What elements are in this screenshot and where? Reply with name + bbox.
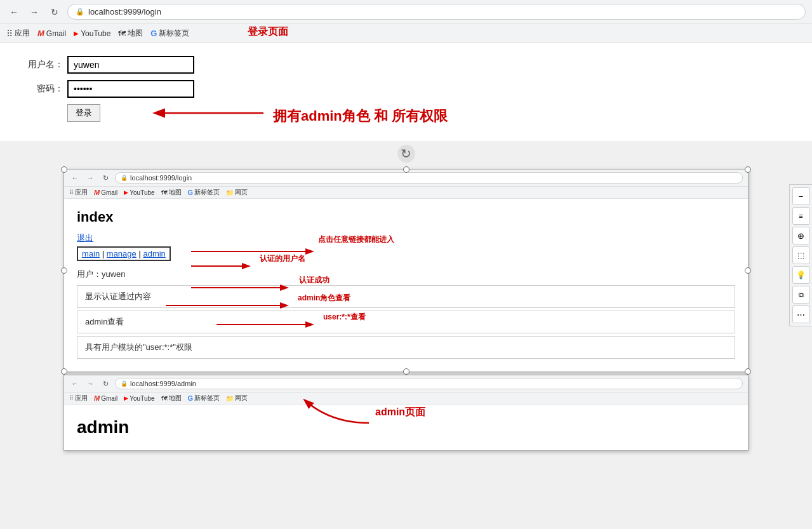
bottom-address-bar[interactable]: 🔒 localhost:9999/admin (115, 378, 743, 389)
sc-url: localhost:9999/login (130, 174, 192, 182)
logout-link[interactable]: 退出 (77, 233, 93, 243)
google-icon: G (150, 29, 157, 38)
admin-info-text: 拥有admin角色 和 所有权限 (273, 108, 448, 124)
bot-bm-yt[interactable]: ▶ YouTube (124, 395, 154, 402)
bm-youtube[interactable]: ▶ YouTube (74, 29, 110, 38)
sc-page-content: index 退出 main | manage | admin 用户：yuwen … (64, 199, 748, 372)
nav-admin[interactable]: admin (143, 249, 165, 258)
bottom-back-btn[interactable]: ← (69, 378, 81, 389)
sc-forward-btn[interactable]: → (84, 172, 96, 184)
sc-g-icon: G (188, 189, 194, 196)
username-input[interactable] (67, 56, 194, 74)
permission-section-text: 具有用户模块的"user:*:*"权限 (85, 342, 192, 352)
annot-auth-success: 认证成功 (299, 275, 329, 286)
resize-handle-tr[interactable] (745, 166, 751, 173)
sc-address-bar[interactable]: 🔒 localhost:9999/login (115, 172, 743, 184)
youtube-icon: ▶ (74, 30, 79, 37)
rt-list-btn[interactable]: ≡ (792, 207, 810, 225)
password-input[interactable] (67, 80, 194, 98)
rt-more-btn[interactable]: ⋯ (792, 305, 810, 323)
bot-maps-icon: 🗺 (161, 395, 168, 402)
bot-gmail-label: Gmail (101, 395, 117, 402)
bot-g-icon: G (188, 394, 194, 402)
sc-maps-label: 地图 (169, 188, 182, 197)
bot-bm-folder[interactable]: 📁 网页 (226, 394, 248, 403)
bot-bm-google[interactable]: G 新标签页 (188, 394, 220, 403)
rt-crop-btn[interactable]: ⬚ (792, 246, 810, 264)
sc-folder-label: 网页 (235, 188, 248, 197)
address-bar[interactable]: 🔒 localhost:9999/login (67, 4, 806, 20)
bottom-forward-btn[interactable]: → (84, 378, 96, 389)
bot-bm-maps[interactable]: 🗺 地图 (161, 394, 182, 403)
bm-apps-label: 应用 (15, 28, 30, 39)
rt-lightbulb-btn[interactable]: 💡 (792, 266, 810, 284)
sc-gmail-icon: M (94, 189, 100, 196)
sc-bm-maps[interactable]: 🗺 地图 (161, 188, 182, 197)
login-form-area: 用户名： 密码： 登录 拥有admin角色 和 所有权限 (0, 43, 812, 141)
bot-apps-label: 应用 (75, 394, 88, 403)
username-row: 用户名： (19, 56, 793, 74)
bot-gmail-icon: M (94, 394, 100, 402)
nav-links-box: main | manage | admin (77, 246, 171, 261)
bottom-url: localhost:9999/admin (130, 380, 196, 387)
username-label: 用户名： (19, 59, 63, 70)
sc-bm-folder[interactable]: 📁 网页 (226, 188, 248, 197)
bm-maps[interactable]: 🗺 地图 (118, 28, 143, 39)
sc-refresh-btn[interactable]: ↻ (100, 172, 111, 184)
bm-gmail[interactable]: M Gmail (37, 29, 66, 38)
middle-screenshot-frame: ← → ↻ 🔒 localhost:9999/login ⠿ 应用 M Gmai… (63, 169, 749, 372)
rt-copy-btn[interactable]: ⧉ (792, 286, 810, 304)
user-line: 用户：yuwen (77, 269, 735, 280)
sc-maps-icon: 🗺 (161, 189, 168, 196)
sc-bookmarks: ⠿ 应用 M Gmail ▶ YouTube 🗺 地图 G 新标签页 📁 网页 (64, 187, 748, 199)
resize-handle-tc[interactable] (403, 166, 409, 173)
sc-bm-gmail[interactable]: M Gmail (94, 189, 117, 196)
permission-section: 具有用户模块的"user:*:*"权限 (77, 336, 735, 359)
password-label: 密码： (19, 83, 63, 95)
bm-yt-label: YouTube (81, 29, 110, 38)
login-page-annotation: 登录页面 (248, 25, 288, 39)
gmail-icon: M (37, 29, 44, 38)
bm-gmail-label: Gmail (46, 29, 66, 38)
sc-lock-icon: 🔒 (121, 175, 128, 181)
resize-handle-tl[interactable] (61, 166, 67, 173)
sc-bm-apps[interactable]: ⠿ 应用 (69, 188, 88, 197)
admin-role-annotation: 拥有admin角色 和 所有权限 (273, 107, 448, 126)
bot-apps-icon: ⠿ (69, 395, 74, 401)
bottom-sc-toolbar: ← → ↻ 🔒 localhost:9999/admin (64, 375, 748, 392)
refresh-icon: ↻ (397, 145, 415, 163)
bottom-refresh-btn[interactable]: ↻ (100, 378, 111, 389)
bm-maps-label: 地图 (128, 28, 143, 39)
nav-main[interactable]: main (82, 249, 100, 258)
back-button[interactable]: ← (6, 4, 22, 20)
annot-user-perm: user:*:*查看 (323, 312, 366, 323)
nav-links-container: main | manage | admin (77, 246, 735, 265)
bm-newtab[interactable]: G 新标签页 (150, 28, 189, 39)
bottom-bookmarks: ⠿ 应用 M Gmail ▶ YouTube 🗺 地图 G 新标签页 📁 网页 (64, 392, 748, 405)
bot-bm-apps[interactable]: ⠿ 应用 (69, 394, 88, 403)
refresh-button[interactable]: ↻ (47, 4, 62, 20)
nav-manage[interactable]: manage (107, 249, 136, 258)
bm-apps[interactable]: ⠿ 应用 (6, 28, 30, 39)
sc-gmail-label: Gmail (101, 189, 117, 196)
maps-icon: 🗺 (118, 29, 126, 38)
login-button[interactable]: 登录 (67, 104, 100, 122)
rt-minimize-btn[interactable]: − (792, 187, 810, 205)
apps-icon: ⠿ (6, 29, 13, 39)
bot-bm-gmail[interactable]: M Gmail (94, 394, 117, 402)
rt-zoom-btn[interactable]: ⊕ (792, 227, 810, 244)
sc-yt-label: YouTube (130, 189, 154, 196)
bottom-screenshot-frame: ← → ↻ 🔒 localhost:9999/admin ⠿ 应用 M Gmai… (63, 375, 749, 451)
admin-section: admin查看 (77, 311, 735, 333)
sc-bm-youtube[interactable]: ▶ YouTube (124, 189, 154, 196)
bot-maps-label: 地图 (169, 394, 182, 403)
sc-yt-icon: ▶ (124, 189, 128, 196)
browser-toolbar: ← → ↻ 🔒 localhost:9999/login (0, 0, 812, 24)
top-browser-frame: ← → ↻ 🔒 localhost:9999/login ⠿ 应用 M Gmai… (0, 0, 812, 141)
bot-newtab-label: 新标签页 (194, 394, 220, 403)
sc-back-btn[interactable]: ← (69, 172, 81, 184)
forward-button[interactable]: → (27, 4, 42, 20)
sc-bm-google[interactable]: G 新标签页 (188, 188, 220, 197)
bot-yt-icon: ▶ (124, 395, 128, 401)
url-text: localhost:9999/login (88, 7, 161, 17)
